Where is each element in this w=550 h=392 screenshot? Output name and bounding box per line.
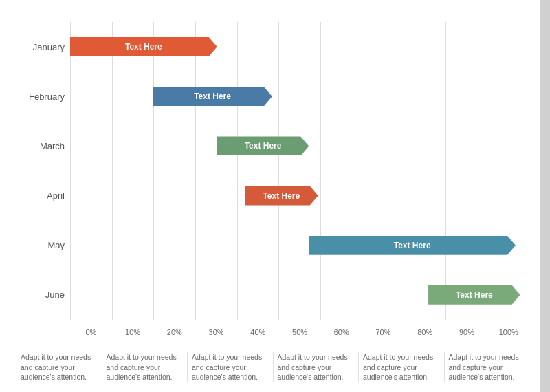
page: JanuaryFebruaryMarchAprilMayJune Text He…	[0, 0, 550, 392]
chart-area: JanuaryFebruaryMarchAprilMayJune Text He…	[21, 22, 529, 336]
bar-arrow-june: Text Here	[428, 285, 520, 305]
footnotes: Adapt it to your needs and capture your …	[21, 345, 529, 382]
y-label: June	[21, 283, 65, 307]
footnote-item: Adapt it to your needs and capture your …	[21, 352, 102, 382]
bar-row: Text Here	[70, 283, 529, 307]
x-label: 90%	[446, 328, 488, 336]
y-label: February	[21, 84, 65, 109]
x-label: 50%	[279, 328, 321, 336]
x-label: 80%	[404, 328, 446, 336]
y-label: April	[21, 184, 65, 208]
footnote-item: Adapt it to your needs and capture your …	[102, 352, 188, 382]
bar-row: Text Here	[70, 133, 529, 158]
bar-row: Text Here	[70, 84, 529, 109]
x-label: 100%	[487, 328, 529, 336]
bar-arrow-may: Text Here	[309, 236, 516, 255]
bar-row: Text Here	[70, 184, 529, 208]
x-label: 70%	[362, 328, 404, 336]
x-label: 30%	[195, 328, 237, 336]
bar-arrow-january: Text Here	[70, 37, 217, 56]
bars-container: Text HereText HereText HereText HereText…	[70, 22, 529, 320]
bar-arrow-february: Text Here	[153, 87, 272, 106]
chart-grid: Text HereText HereText HereText HereText…	[70, 22, 529, 336]
y-axis: JanuaryFebruaryMarchAprilMayJune	[21, 22, 70, 336]
x-axis: 0%10%20%30%40%50%60%70%80%90%100%	[70, 320, 529, 336]
scrollbar[interactable]	[540, 0, 550, 392]
x-label: 0%	[70, 328, 112, 336]
x-label: 10%	[112, 328, 154, 336]
bar-arrow-march: Text Here	[217, 136, 309, 155]
x-label: 60%	[320, 328, 362, 336]
x-label: 20%	[153, 328, 195, 336]
footnote-item: Adapt it to your needs and capture your …	[188, 352, 274, 382]
y-label: May	[21, 233, 65, 258]
bar-row: Text Here	[70, 34, 529, 59]
x-label: 40%	[237, 328, 279, 336]
y-label: January	[21, 34, 65, 59]
footnote-item: Adapt it to your needs and capture your …	[445, 352, 530, 382]
bar-arrow-april: Text Here	[245, 186, 318, 206]
footnote-item: Adapt it to your needs and capture your …	[274, 352, 360, 382]
y-label: March	[21, 133, 65, 158]
bar-row: Text Here	[70, 233, 529, 258]
footnote-item: Adapt it to your needs and capture your …	[359, 352, 445, 382]
